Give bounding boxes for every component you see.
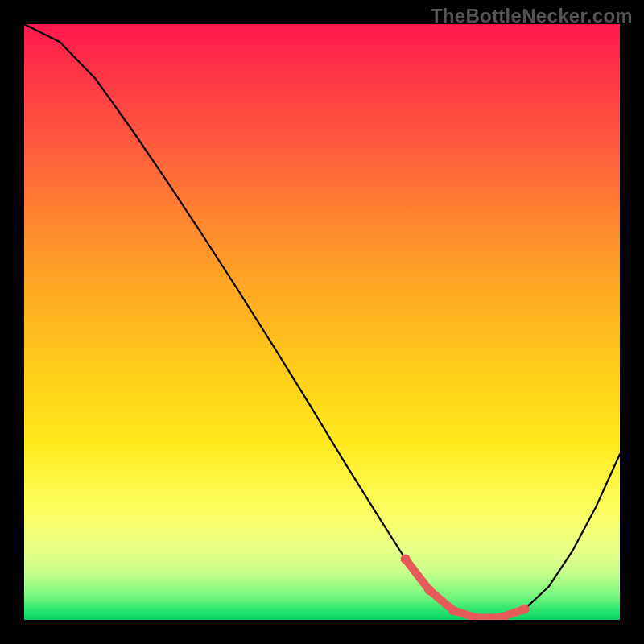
curve-layer [24, 24, 620, 620]
watermark-text: TheBottleNecker.com [431, 5, 633, 27]
optimal-point [520, 605, 530, 614]
plot-area [24, 24, 620, 620]
chart-frame: TheBottleNecker.com [0, 0, 644, 644]
optimal-segment [406, 559, 525, 618]
optimal-point [401, 555, 411, 564]
optimal-point [448, 605, 458, 615]
optimal-point [424, 585, 434, 595]
bottleneck-curve [24, 24, 620, 618]
